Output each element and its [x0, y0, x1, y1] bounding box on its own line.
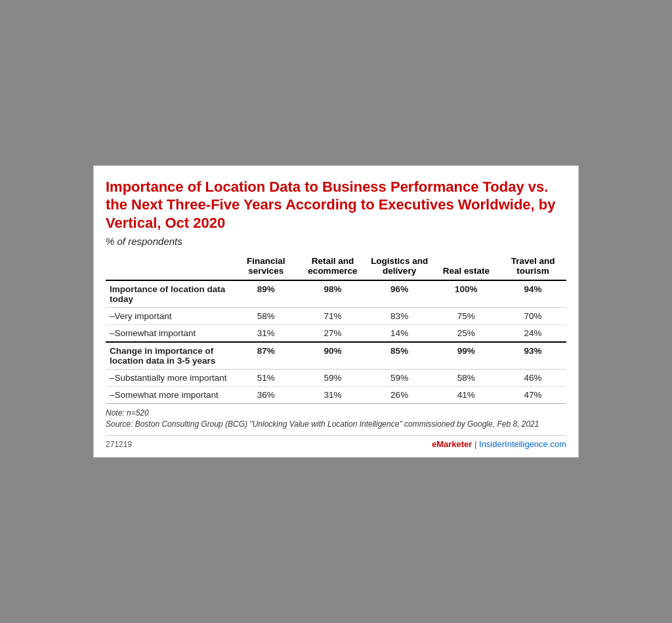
row-value-3: 59%: [366, 370, 433, 387]
note-section: Note: n=520 Source: Boston Consulting Gr…: [106, 408, 566, 430]
footer-brand: eMarketer | InsiderIntelligence.com: [432, 439, 566, 449]
chart-title: Importance of Location Data to Business …: [106, 178, 566, 232]
row-value-2: 90%: [299, 342, 366, 370]
col-header-realestate: Real estate: [433, 253, 500, 280]
row-value-3: 26%: [366, 387, 433, 404]
row-value-4: 75%: [433, 308, 500, 325]
row-value-1: 58%: [232, 308, 299, 325]
row-value-1: 87%: [232, 342, 299, 370]
col-header-logistics: Logistics and delivery: [366, 253, 433, 280]
table-row: –Somewhat more important36%31%26%41%47%: [106, 387, 566, 404]
footer-id: 271219: [106, 440, 132, 449]
row-value-1: 36%: [232, 387, 299, 404]
row-value-4: 25%: [433, 325, 500, 343]
row-value-1: 31%: [232, 325, 299, 343]
table-row: Change in importance of location data in…: [106, 342, 566, 370]
row-value-1: 51%: [232, 370, 299, 387]
table-row: Importance of location data today89%98%9…: [106, 280, 566, 308]
footer: 271219 eMarketer | InsiderIntelligence.c…: [106, 435, 566, 449]
subtitle: % of respondents: [106, 236, 566, 247]
table-header-row: Financial services Retail and ecommerce …: [106, 253, 566, 280]
row-value-1: 89%: [232, 280, 299, 308]
col-header-travel: Travel and tourism: [499, 253, 566, 280]
row-value-5: 46%: [499, 370, 566, 387]
insider-label: InsiderIntelligence.com: [479, 439, 566, 449]
table-row: –Somewhat important31%27%14%25%24%: [106, 325, 566, 343]
row-value-5: 70%: [499, 308, 566, 325]
row-value-5: 94%: [499, 280, 566, 308]
row-value-5: 47%: [499, 387, 566, 404]
row-value-2: 98%: [299, 280, 366, 308]
source-text: Source: Boston Consulting Group (BCG) "U…: [106, 419, 566, 430]
row-value-2: 27%: [299, 325, 366, 343]
data-table: Financial services Retail and ecommerce …: [106, 253, 566, 404]
note-text: Note: n=520: [106, 408, 566, 419]
row-value-4: 99%: [433, 342, 500, 370]
table-row: –Very important58%71%83%75%70%: [106, 308, 566, 325]
col-header-retail: Retail and ecommerce: [299, 253, 366, 280]
row-label: –Very important: [106, 308, 232, 325]
row-value-3: 83%: [366, 308, 433, 325]
col-header-financial: Financial services: [232, 253, 299, 280]
footer-separator: |: [474, 439, 479, 449]
row-label: –Somewhat more important: [106, 387, 232, 404]
row-label: –Substantially more important: [106, 370, 232, 387]
row-value-3: 85%: [366, 342, 433, 370]
row-value-4: 100%: [433, 280, 500, 308]
row-value-3: 14%: [366, 325, 433, 343]
col-header-0: [106, 253, 232, 280]
card-container: Importance of Location Data to Business …: [93, 165, 579, 458]
row-label: Importance of location data today: [106, 280, 232, 308]
row-value-4: 58%: [433, 370, 500, 387]
row-value-5: 93%: [499, 342, 566, 370]
row-value-2: 59%: [299, 370, 366, 387]
row-label: Change in importance of location data in…: [106, 342, 232, 370]
emarketer-label: eMarketer: [432, 439, 472, 449]
table-row: –Substantially more important51%59%59%58…: [106, 370, 566, 387]
row-value-4: 41%: [433, 387, 500, 404]
row-value-3: 96%: [366, 280, 433, 308]
row-label: –Somewhat important: [106, 325, 232, 343]
row-value-2: 31%: [299, 387, 366, 404]
row-value-5: 24%: [499, 325, 566, 343]
row-value-2: 71%: [299, 308, 366, 325]
